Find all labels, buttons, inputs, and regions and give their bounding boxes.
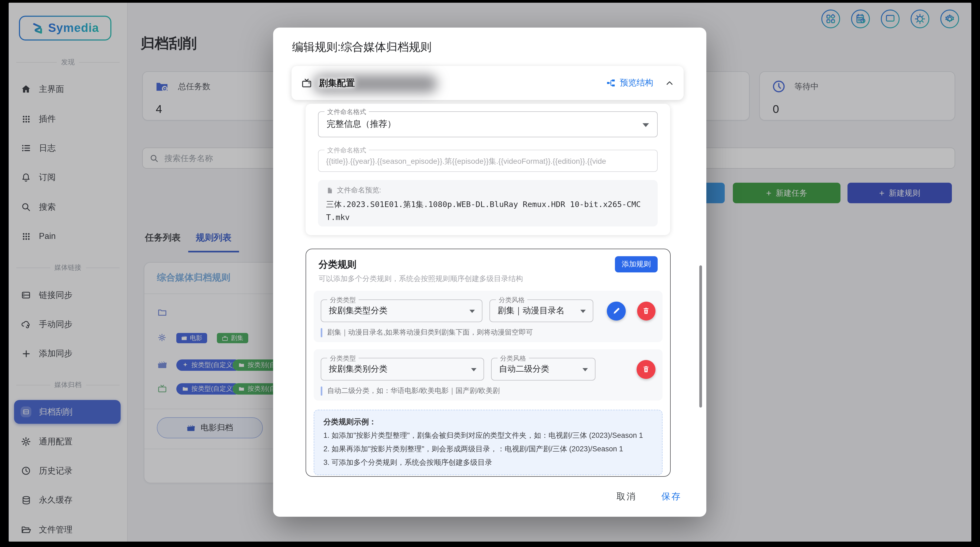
rule2-caption: 自动二级分类，如：华语电影/欧美电影｜国产剧/欧美剧 [327, 386, 500, 396]
edit-rule-modal: 编辑规则:综合媒体归档规则 剧集配置 预览结构 文件命名格式 完整信息（推荐） [273, 28, 706, 517]
rule1-edit-button[interactable] [607, 301, 626, 320]
classification-subtitle: 可以添加多个分类规则，系统会按照规则顺序创建多级目录结构 [313, 273, 663, 284]
screen: Symedia 发现 主界面 插件 [0, 0, 980, 547]
filename-preview-box: 文件命名预览: 三体.2023.S01E01.第1集.1080p.WEB-DL.… [318, 180, 658, 227]
rule1-type-select[interactable]: 分类类型 按剧集类型分类 [321, 300, 482, 322]
modal-scrollbar-thumb[interactable] [699, 265, 702, 407]
save-button[interactable]: 保存 [662, 491, 681, 503]
modal-footer: 取消 保存 [617, 491, 681, 503]
classification-rule-row: 分类类型 按剧集类别分类 分类风格 自动二级分类 自动二级分类 [314, 349, 663, 401]
naming-template-field: 文件命名格式 [318, 150, 658, 172]
series-config-header: 剧集配置 预览结构 [291, 66, 684, 100]
naming-template-input[interactable] [318, 150, 657, 171]
section-title: 剧集配置 [319, 77, 355, 89]
document-icon [326, 186, 333, 194]
trash-icon [642, 365, 650, 374]
cancel-button[interactable]: 取消 [617, 491, 636, 503]
classification-title: 分类规则 [318, 258, 356, 271]
classification-rules-box: 分类规则 添加规则 可以添加多个分类规则，系统会按照规则顺序创建多级目录结构 分… [305, 249, 671, 477]
classification-examples: 分类规则示例： 1. 如添加"按影片类型整理"，剧集会被归类到对应的类型文件夹，… [314, 410, 663, 475]
rule2-delete-button[interactable] [637, 360, 655, 379]
naming-fields-panel: 文件命名格式 完整信息（推荐） 文件命名格式 文件命名预览: 三体.2023.S… [305, 104, 670, 235]
rule1-caption: 剧集｜动漫目录名,如果将动漫归类到剧集下面，则将动漫留空即可 [327, 328, 533, 337]
rule1-style-select[interactable]: 分类风格 剧集｜动漫目录名 [490, 300, 593, 322]
preview-structure-link[interactable]: 预览结构 [606, 77, 653, 89]
example-item: 3. 可添加多个分类规则，系统会按顺序创建多级目录 [323, 458, 653, 468]
preview-label: 文件命名预览: [337, 186, 381, 195]
classification-rule-row: 分类类型 按剧集类型分类 分类风格 剧集｜动漫目录名 [314, 291, 663, 342]
modal-title: 编辑规则:综合媒体归档规则 [292, 40, 431, 55]
pencil-icon [612, 306, 620, 315]
tree-structure-icon [606, 78, 616, 87]
caret-down-icon [469, 310, 475, 313]
trash-icon [642, 306, 651, 315]
example-item: 2. 如果再添加"按影片类别整理"，则会形成两级目录，：电视剧/国产剧/三体 (… [323, 444, 653, 454]
rule2-type-select[interactable]: 分类类型 按剧集类别分类 [321, 358, 484, 381]
caret-down-icon [581, 310, 586, 313]
caret-down-icon [643, 123, 649, 127]
tv-icon [301, 78, 312, 88]
rule1-delete-button[interactable] [637, 301, 655, 320]
examples-title: 分类规则示例： [323, 417, 653, 427]
preview-filename: 三体.2023.S01E01.第1集.1080p.WEB-DL.BluRay R… [326, 198, 649, 224]
caret-down-icon [471, 368, 476, 371]
naming-format-select[interactable]: 文件命名格式 完整信息（推荐） [318, 111, 658, 137]
chevron-up-icon[interactable] [665, 79, 674, 87]
add-rule-button[interactable]: 添加规则 [615, 256, 658, 273]
app-window: Symedia 发现 主界面 插件 [9, 3, 971, 542]
caret-down-icon [583, 368, 588, 371]
caption-bar [321, 386, 322, 395]
rule2-style-select[interactable]: 分类风格 自动二级分类 [491, 358, 596, 381]
example-item: 1. 如添加"按影片类型整理"，剧集会被归类到对应的类型文件夹，如：电视剧/三体… [323, 431, 653, 441]
caption-bar [321, 328, 322, 337]
